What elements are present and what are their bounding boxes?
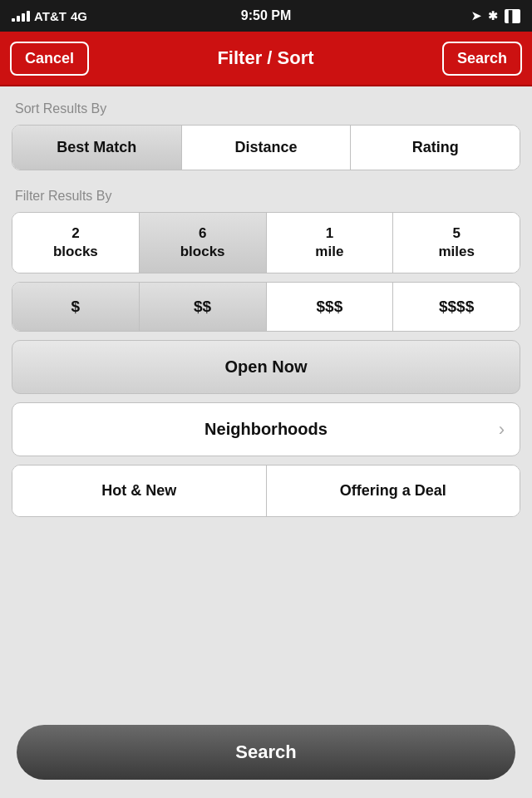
bottom-search-button[interactable]: Search (17, 725, 515, 780)
network-type-label: 4G (71, 9, 87, 23)
status-right: ➤ ✱ ▌ (471, 9, 520, 23)
distance-filter-row: 2blocks 6blocks 1mile 5miles (12, 212, 520, 273)
offering-a-deal-button[interactable]: Offering a Deal (267, 466, 520, 516)
price-2-button[interactable]: $$ (140, 283, 267, 331)
distance-1-mile-button[interactable]: 1mile (267, 213, 394, 273)
hot-deal-row: Hot & New Offering a Deal (12, 465, 520, 517)
status-time: 9:50 PM (241, 8, 291, 23)
bluetooth-icon: ✱ (488, 9, 498, 22)
price-3-button[interactable]: $$$ (267, 283, 394, 331)
distance-5-miles-button[interactable]: 5miles (393, 213, 520, 273)
sort-rating-button[interactable]: Rating (351, 126, 520, 170)
chevron-right-icon: › (499, 419, 505, 441)
distance-2-blocks-button[interactable]: 2blocks (12, 213, 140, 273)
nav-search-button[interactable]: Search (442, 42, 522, 76)
distance-6-blocks-button[interactable]: 6blocks (140, 213, 267, 273)
battery-icon: ▌ (505, 9, 520, 23)
sort-segment-control: Best Match Distance Rating (12, 125, 520, 170)
signal-icon (12, 11, 30, 22)
price-4-button[interactable]: $$$$ (393, 283, 520, 331)
nav-bar: Cancel Filter / Sort Search (0, 32, 532, 86)
status-left: AT&T 4G (12, 9, 87, 23)
open-now-button[interactable]: Open Now (12, 340, 520, 394)
sort-section-label: Sort Results By (12, 101, 520, 116)
location-icon: ➤ (471, 9, 481, 22)
price-1-button[interactable]: $ (12, 283, 140, 331)
neighborhoods-button[interactable]: Neighborhoods › (12, 402, 520, 456)
status-bar: AT&T 4G 9:50 PM ➤ ✱ ▌ (0, 0, 532, 32)
bottom-search-area: Search (0, 707, 532, 798)
sort-distance-button[interactable]: Distance (182, 126, 352, 170)
filter-section-label: Filter Results By (12, 189, 520, 204)
sort-best-match-button[interactable]: Best Match (12, 126, 182, 170)
cancel-button[interactable]: Cancel (10, 42, 89, 76)
carrier-label: AT&T (34, 9, 66, 23)
hot-and-new-button[interactable]: Hot & New (12, 466, 267, 516)
content-area: Sort Results By Best Match Distance Rati… (0, 86, 532, 517)
neighborhoods-label: Neighborhoods (204, 420, 328, 439)
price-filter-row: $ $$ $$$ $$$$ (12, 282, 520, 332)
nav-title: Filter / Sort (217, 47, 313, 69)
